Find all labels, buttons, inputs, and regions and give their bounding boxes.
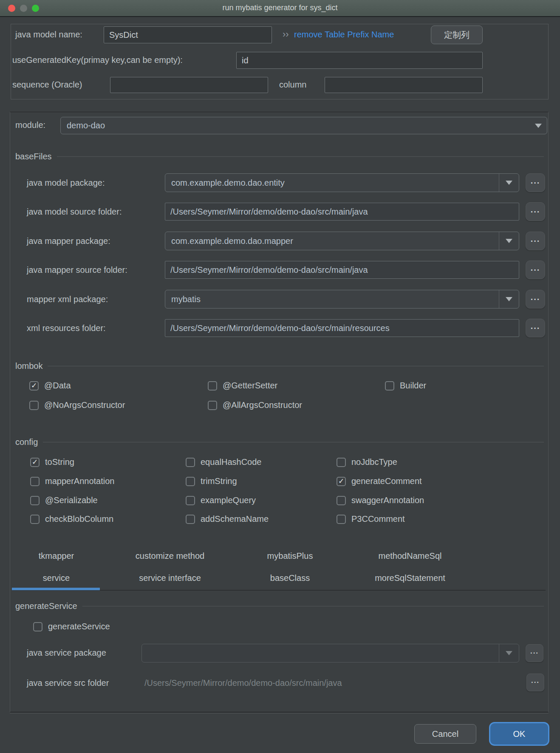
checkbox-label: checkBlobColumn: [45, 514, 113, 524]
module-combobox[interactable]: demo-dao: [60, 117, 547, 134]
window-title: run mybatis generator for sys_dict: [0, 3, 560, 12]
browse-button[interactable]: ...: [526, 232, 545, 250]
checkbox-box[interactable]: ✓: [385, 381, 394, 391]
checkbox-equalhashcode[interactable]: ✓ equalHashCode: [186, 457, 261, 467]
java-mapper-source-folder-row: java mapper source folder: /Users/Seymer…: [27, 260, 545, 279]
tab-tkmapper[interactable]: tkmapper: [13, 545, 100, 567]
checkbox-label: toString: [45, 457, 74, 467]
checkbox-box[interactable]: ✓: [30, 496, 40, 505]
checkbox-mapperannotation[interactable]: ✓ mapperAnnotation: [30, 476, 114, 486]
java-service-package-label: java service package: [27, 648, 106, 658]
checkbox-serializable[interactable]: ✓ @Serializable: [30, 495, 98, 505]
xml-resources-folder-label: xml resources folder:: [27, 323, 165, 333]
browse-button[interactable]: ...: [526, 674, 544, 691]
active-tab-underline: [12, 588, 100, 590]
chevron-down-icon[interactable]: [499, 644, 519, 662]
chevron-down-icon[interactable]: [499, 174, 519, 192]
sequence-input[interactable]: [110, 77, 268, 93]
checkbox-box[interactable]: ✓: [33, 622, 42, 631]
tab-moresqlstatement[interactable]: moreSqlStatement: [340, 567, 480, 589]
browse-button[interactable]: ...: [526, 260, 545, 279]
checkbox-box[interactable]: ✓: [186, 458, 195, 467]
tab-service-interface[interactable]: service interface: [100, 567, 240, 589]
generator-options-panel: module: demo-dao baseFiles java model pa…: [10, 112, 549, 713]
browse-button[interactable]: ...: [526, 202, 545, 221]
checkbox-box[interactable]: ✓: [186, 477, 195, 486]
browse-button[interactable]: ...: [526, 290, 545, 309]
generate-service-section-title: generateService: [15, 601, 77, 611]
checkbox-label: trimString: [201, 476, 237, 486]
checkbox-box[interactable]: ✓: [186, 496, 195, 505]
browse-button[interactable]: ...: [526, 319, 545, 337]
java-mapper-package-row: java mapper package: com.example.demo.da…: [27, 232, 545, 250]
checkbox-box[interactable]: ✓: [30, 458, 40, 467]
xml-resources-folder-input[interactable]: /Users/Seymer/Mirror/demo/demo-dao/src/m…: [165, 319, 519, 337]
column-input[interactable]: [325, 77, 483, 93]
checkbox-examplequery[interactable]: ✓ exampleQuery: [186, 495, 256, 505]
tab-service[interactable]: service: [13, 567, 100, 589]
checkbox-label: swaggerAnnotation: [351, 495, 424, 505]
checkbox-generateservice[interactable]: ✓ generateService: [33, 622, 110, 631]
generate-service-section-header: generateService: [15, 601, 544, 611]
checkbox-box[interactable]: ✓: [208, 401, 217, 410]
chevron-down-icon[interactable]: [530, 124, 547, 128]
customize-column-button[interactable]: 定制列: [431, 25, 483, 44]
ok-button[interactable]: OK: [490, 723, 548, 745]
tab-customize-method[interactable]: customize method: [100, 545, 240, 567]
java-mapper-package-combobox[interactable]: com.example.demo.dao.mapper: [165, 232, 519, 250]
browse-button[interactable]: ...: [526, 644, 543, 662]
tab-mybatisplus[interactable]: mybatisPlus: [240, 545, 340, 567]
checkbox-tostring[interactable]: ✓ toString: [30, 457, 74, 467]
checkbox-noargsconstructor[interactable]: ✓ @NoArgsConstructor: [29, 400, 125, 410]
checkbox-nojdbctype[interactable]: ✓ noJdbcType: [337, 457, 397, 467]
checkmark-icon: ✓: [338, 478, 344, 485]
checkbox-label: P3CComment: [351, 514, 405, 524]
remove-table-prefix-link[interactable]: remove Table Prefix Name: [294, 30, 394, 40]
chevrons-icon: ››: [283, 29, 289, 40]
checkbox-box[interactable]: ✓: [208, 381, 217, 391]
chevron-down-icon[interactable]: [499, 290, 519, 308]
module-label: module:: [15, 120, 45, 130]
config-section-title: config: [15, 437, 38, 447]
java-model-source-folder-input[interactable]: /Users/Seymer/Mirror/demo/demo-dao/src/m…: [165, 203, 519, 221]
checkbox-swaggerannotation[interactable]: ✓ swaggerAnnotation: [337, 495, 424, 505]
checkbox-box[interactable]: ✓: [29, 401, 39, 410]
checkbox-box[interactable]: ✓: [337, 515, 346, 524]
checkbox-trimstring[interactable]: ✓ trimString: [186, 476, 237, 486]
checkbox-label: Builder: [400, 381, 426, 391]
checkbox-allargsconstructor[interactable]: ✓ @AllArgsConstructor: [208, 400, 302, 410]
use-generated-key-input[interactable]: [236, 52, 483, 69]
java-model-name-input[interactable]: [104, 26, 272, 43]
java-mapper-source-folder-label: java mapper source folder:: [27, 265, 165, 275]
checkmark-icon: ✓: [31, 382, 37, 389]
checkbox-box[interactable]: ✓: [337, 477, 346, 486]
mapper-xml-package-row: mapper xml package: mybatis ...: [27, 290, 545, 309]
cancel-button[interactable]: Cancel: [414, 724, 476, 744]
checkbox-builder[interactable]: ✓ Builder: [385, 381, 426, 391]
java-mapper-source-folder-input[interactable]: /Users/Seymer/Mirror/demo/demo-dao/src/m…: [165, 261, 519, 279]
java-model-source-folder-row: java model source folder: /Users/Seymer/…: [27, 202, 545, 221]
checkbox-gettersetter[interactable]: ✓ @GetterSetter: [208, 381, 277, 391]
checkbox-addschemaname[interactable]: ✓ addSchemaName: [186, 514, 269, 524]
checkbox-box[interactable]: ✓: [30, 477, 40, 486]
checkbox-box[interactable]: ✓: [337, 458, 346, 467]
checkbox-box[interactable]: ✓: [30, 515, 40, 524]
checkbox-box[interactable]: ✓: [29, 381, 39, 391]
basefiles-section-header: baseFiles: [15, 152, 544, 161]
checkbox-label: @Serializable: [45, 495, 98, 505]
java-model-package-combobox[interactable]: com.example.demo.dao.entity: [165, 173, 519, 192]
tab-baseclass[interactable]: baseClass: [240, 567, 340, 589]
checkbox-box[interactable]: ✓: [186, 515, 195, 524]
tab-methodnamesql[interactable]: methodNameSql: [340, 545, 480, 567]
chevron-down-icon[interactable]: [499, 232, 519, 250]
checkbox-box[interactable]: ✓: [337, 496, 346, 505]
column-label: column: [279, 80, 306, 90]
java-service-package-combobox[interactable]: [141, 644, 519, 662]
browse-button[interactable]: ...: [526, 173, 545, 192]
checkbox-data[interactable]: ✓ @Data: [29, 381, 71, 391]
mapper-xml-package-combobox[interactable]: mybatis: [165, 290, 519, 309]
checkbox-p3ccomment[interactable]: ✓ P3CComment: [337, 514, 405, 524]
checkbox-checkblobcolumn[interactable]: ✓ checkBlobColumn: [30, 514, 113, 524]
lombok-section-title: lombok: [15, 361, 42, 371]
checkbox-generatecomment[interactable]: ✓ generateComment: [337, 476, 422, 486]
